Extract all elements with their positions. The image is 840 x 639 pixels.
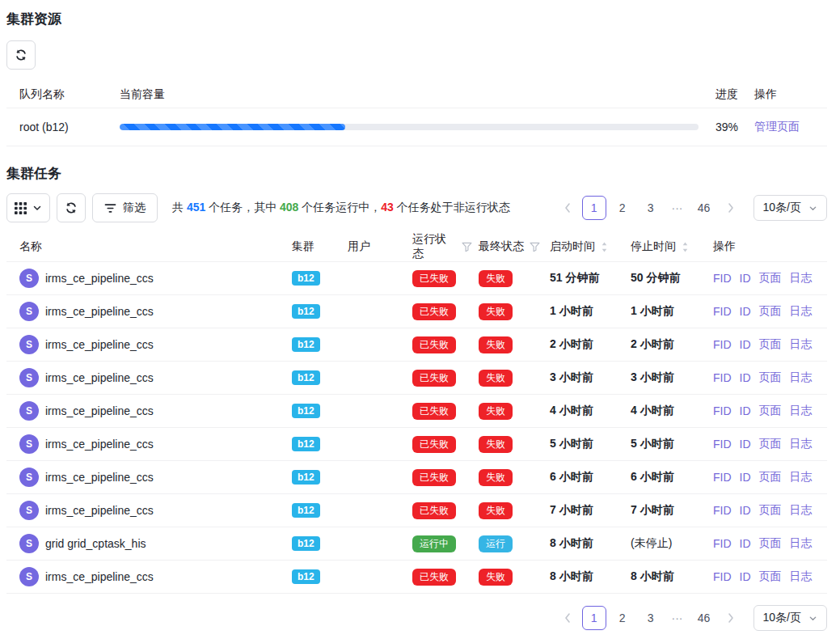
- table-row: S irms_ce_pipeline_ccs b12 已失败 失败 51 分钟前…: [6, 262, 827, 295]
- fid-link[interactable]: FID: [713, 404, 732, 417]
- pagination-page-2[interactable]: 2: [610, 196, 635, 220]
- pagination-page-3[interactable]: 3: [639, 606, 663, 630]
- pagination-prev[interactable]: [557, 606, 578, 630]
- fid-link[interactable]: FID: [713, 438, 732, 451]
- id-link[interactable]: ID: [740, 371, 751, 384]
- id-link[interactable]: ID: [740, 471, 751, 484]
- table-row: S grid grid_cptask_his b12 运行中 运行 8 小时前 …: [6, 527, 827, 561]
- resources-table: 队列名称 当前容量 进度 操作 root (b12) 39% 管理页面: [6, 81, 827, 146]
- log-link[interactable]: 日志: [790, 404, 813, 418]
- summary-count-blue: 451: [187, 201, 205, 214]
- page-link[interactable]: 页面: [759, 569, 782, 584]
- pagination-ellipsis[interactable]: ···: [667, 611, 688, 624]
- fid-link[interactable]: FID: [713, 537, 732, 550]
- chevron-right-icon: [727, 612, 735, 624]
- avatar: S: [19, 468, 39, 487]
- final-status-badge: 失败: [479, 303, 513, 320]
- log-link[interactable]: 日志: [790, 370, 813, 385]
- stop-time: 1 小时前: [624, 304, 707, 319]
- log-link[interactable]: 日志: [790, 437, 813, 451]
- tasks-refresh-button[interactable]: [57, 193, 86, 222]
- fid-link[interactable]: FID: [713, 371, 732, 384]
- chevron-down-icon: [32, 203, 42, 213]
- pagination-ellipsis[interactable]: ···: [667, 201, 688, 214]
- resources-refresh-button[interactable]: [6, 40, 36, 70]
- summary-text: 个任务运行中，: [298, 201, 381, 214]
- fid-link[interactable]: FID: [713, 305, 732, 318]
- pagination-page-46[interactable]: 46: [692, 196, 716, 220]
- manage-page-link[interactable]: 管理页面: [754, 120, 800, 133]
- table-row: S irms_ce_pipeline_ccs b12 已失败 失败 8 小时前 …: [6, 561, 827, 594]
- page-link[interactable]: 页面: [759, 271, 782, 286]
- log-link[interactable]: 日志: [790, 470, 813, 485]
- id-link[interactable]: ID: [740, 338, 751, 351]
- filter-funnel-icon[interactable]: [530, 242, 540, 252]
- page-link[interactable]: 页面: [759, 503, 782, 518]
- refresh-icon: [65, 201, 78, 214]
- col-header-final-status[interactable]: 最终状态: [472, 239, 543, 254]
- page-link[interactable]: 页面: [759, 404, 782, 418]
- page-link[interactable]: 页面: [759, 470, 782, 485]
- log-link[interactable]: 日志: [790, 304, 813, 319]
- run-status-badge: 运行中: [412, 535, 456, 552]
- avatar: S: [19, 401, 39, 421]
- row-actions: FIDID页面日志: [707, 370, 827, 385]
- col-header-stop-time[interactable]: 停止时间: [624, 239, 707, 254]
- id-link[interactable]: ID: [740, 404, 751, 417]
- pagination-next[interactable]: [720, 196, 741, 220]
- pagination-page-1[interactable]: 1: [582, 196, 606, 220]
- fid-link[interactable]: FID: [713, 570, 732, 583]
- avatar: S: [19, 335, 39, 354]
- log-link[interactable]: 日志: [790, 569, 813, 584]
- log-link[interactable]: 日志: [790, 271, 813, 286]
- pagination-next[interactable]: [720, 606, 741, 630]
- page-size-select[interactable]: 10条/页: [753, 605, 827, 631]
- fid-link[interactable]: FID: [713, 504, 732, 517]
- summary-count-red: 43: [381, 201, 394, 214]
- fid-link[interactable]: FID: [713, 338, 732, 351]
- tasks-toolbar: 筛选 共 451 个任务，其中 408 个任务运行中，43 个任务处于非运行状态…: [6, 193, 827, 222]
- chevron-down-icon: [808, 204, 817, 213]
- avatar: S: [19, 269, 39, 288]
- col-header-run-status[interactable]: 运行状态: [406, 232, 472, 261]
- table-row: S irms_ce_pipeline_ccs b12 已失败 失败 7 小时前 …: [6, 494, 827, 527]
- id-link[interactable]: ID: [740, 570, 751, 583]
- id-link[interactable]: ID: [740, 537, 751, 550]
- cluster-tag: b12: [292, 271, 320, 286]
- sorter-icon[interactable]: [601, 241, 608, 253]
- id-link[interactable]: ID: [740, 305, 751, 318]
- page-link[interactable]: 页面: [759, 370, 782, 385]
- page-link[interactable]: 页面: [759, 536, 782, 551]
- filter-button[interactable]: 筛选: [92, 193, 158, 222]
- pagination-page-2[interactable]: 2: [610, 606, 635, 630]
- pagination-page-46[interactable]: 46: [692, 606, 716, 630]
- fid-link[interactable]: FID: [713, 272, 732, 285]
- fid-link[interactable]: FID: [713, 471, 732, 484]
- run-status-badge: 已失败: [412, 403, 456, 420]
- start-time: 3 小时前: [543, 370, 624, 385]
- pagination-prev[interactable]: [557, 196, 578, 220]
- pagination-page-1[interactable]: 1: [582, 606, 606, 630]
- filter-funnel-icon[interactable]: [462, 242, 472, 252]
- pagination-page-3[interactable]: 3: [639, 196, 663, 220]
- sorter-icon[interactable]: [682, 241, 689, 253]
- page-link[interactable]: 页面: [759, 437, 782, 451]
- id-link[interactable]: ID: [740, 272, 751, 285]
- final-status-badge: 失败: [479, 436, 513, 453]
- log-link[interactable]: 日志: [790, 337, 813, 352]
- run-status-badge: 已失败: [412, 303, 456, 320]
- id-link[interactable]: ID: [740, 438, 751, 451]
- final-status-badge: 失败: [479, 403, 513, 420]
- id-link[interactable]: ID: [740, 504, 751, 517]
- summary-text: 个任务，其中: [205, 201, 280, 214]
- table-row: S irms_ce_pipeline_ccs b12 已失败 失败 4 小时前 …: [6, 395, 827, 428]
- layout-select-button[interactable]: [6, 193, 50, 222]
- stop-time: 7 小时前: [624, 503, 707, 518]
- page-size-select[interactable]: 10条/页: [753, 195, 827, 221]
- page-link[interactable]: 页面: [759, 304, 782, 319]
- col-header-start-time[interactable]: 启动时间: [543, 239, 624, 254]
- page-link[interactable]: 页面: [759, 337, 782, 352]
- log-link[interactable]: 日志: [790, 536, 813, 551]
- tasks-table: 名称 集群 用户 运行状态 最终状态: [6, 232, 827, 594]
- log-link[interactable]: 日志: [790, 503, 813, 518]
